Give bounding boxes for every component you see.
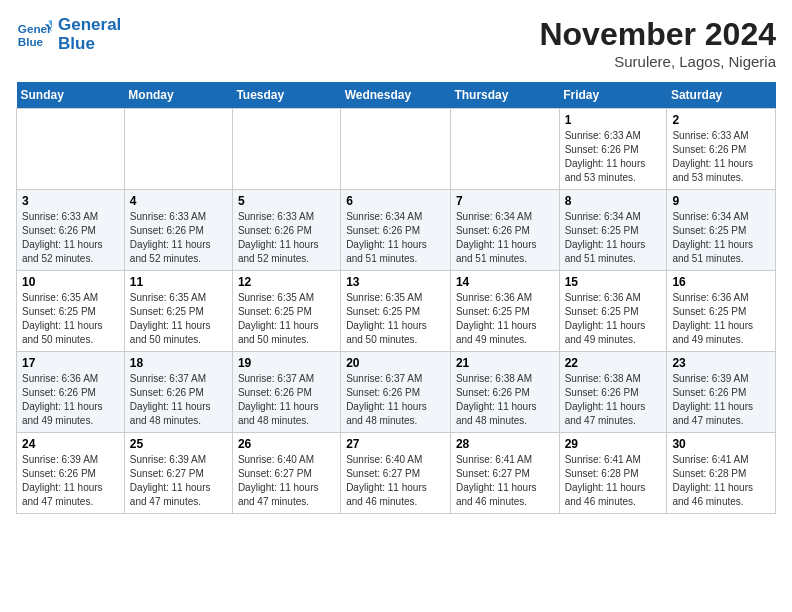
day-number: 10 xyxy=(22,275,119,289)
day-info: Sunrise: 6:41 AM Sunset: 6:27 PM Dayligh… xyxy=(456,453,554,509)
day-info: Sunrise: 6:34 AM Sunset: 6:26 PM Dayligh… xyxy=(346,210,445,266)
month-title: November 2024 xyxy=(539,16,776,53)
day-number: 18 xyxy=(130,356,227,370)
day-info: Sunrise: 6:33 AM Sunset: 6:26 PM Dayligh… xyxy=(238,210,335,266)
calendar-cell xyxy=(124,109,232,190)
location-subtitle: Surulere, Lagos, Nigeria xyxy=(539,53,776,70)
day-info: Sunrise: 6:36 AM Sunset: 6:25 PM Dayligh… xyxy=(672,291,770,347)
calendar-cell: 6Sunrise: 6:34 AM Sunset: 6:26 PM Daylig… xyxy=(341,190,451,271)
calendar-cell: 2Sunrise: 6:33 AM Sunset: 6:26 PM Daylig… xyxy=(667,109,776,190)
day-number: 1 xyxy=(565,113,662,127)
calendar-cell xyxy=(450,109,559,190)
day-number: 26 xyxy=(238,437,335,451)
day-info: Sunrise: 6:37 AM Sunset: 6:26 PM Dayligh… xyxy=(238,372,335,428)
weekday-header-sunday: Sunday xyxy=(17,82,125,109)
calendar-cell: 7Sunrise: 6:34 AM Sunset: 6:26 PM Daylig… xyxy=(450,190,559,271)
day-number: 20 xyxy=(346,356,445,370)
day-number: 29 xyxy=(565,437,662,451)
calendar-cell: 23Sunrise: 6:39 AM Sunset: 6:26 PM Dayli… xyxy=(667,352,776,433)
day-number: 23 xyxy=(672,356,770,370)
day-number: 5 xyxy=(238,194,335,208)
day-number: 11 xyxy=(130,275,227,289)
week-row-5: 24Sunrise: 6:39 AM Sunset: 6:26 PM Dayli… xyxy=(17,433,776,514)
day-info: Sunrise: 6:35 AM Sunset: 6:25 PM Dayligh… xyxy=(238,291,335,347)
calendar-cell: 9Sunrise: 6:34 AM Sunset: 6:25 PM Daylig… xyxy=(667,190,776,271)
weekday-header-wednesday: Wednesday xyxy=(341,82,451,109)
day-info: Sunrise: 6:35 AM Sunset: 6:25 PM Dayligh… xyxy=(130,291,227,347)
day-number: 6 xyxy=(346,194,445,208)
day-number: 2 xyxy=(672,113,770,127)
title-block: November 2024 Surulere, Lagos, Nigeria xyxy=(539,16,776,70)
day-info: Sunrise: 6:37 AM Sunset: 6:26 PM Dayligh… xyxy=(130,372,227,428)
day-number: 3 xyxy=(22,194,119,208)
day-number: 17 xyxy=(22,356,119,370)
day-info: Sunrise: 6:34 AM Sunset: 6:25 PM Dayligh… xyxy=(565,210,662,266)
week-row-4: 17Sunrise: 6:36 AM Sunset: 6:26 PM Dayli… xyxy=(17,352,776,433)
calendar-cell: 20Sunrise: 6:37 AM Sunset: 6:26 PM Dayli… xyxy=(341,352,451,433)
day-info: Sunrise: 6:39 AM Sunset: 6:27 PM Dayligh… xyxy=(130,453,227,509)
calendar-cell: 18Sunrise: 6:37 AM Sunset: 6:26 PM Dayli… xyxy=(124,352,232,433)
day-info: Sunrise: 6:39 AM Sunset: 6:26 PM Dayligh… xyxy=(22,453,119,509)
day-info: Sunrise: 6:35 AM Sunset: 6:25 PM Dayligh… xyxy=(346,291,445,347)
calendar-cell xyxy=(341,109,451,190)
day-info: Sunrise: 6:34 AM Sunset: 6:25 PM Dayligh… xyxy=(672,210,770,266)
calendar-cell: 16Sunrise: 6:36 AM Sunset: 6:25 PM Dayli… xyxy=(667,271,776,352)
day-info: Sunrise: 6:39 AM Sunset: 6:26 PM Dayligh… xyxy=(672,372,770,428)
day-number: 14 xyxy=(456,275,554,289)
calendar-cell xyxy=(17,109,125,190)
calendar-cell: 25Sunrise: 6:39 AM Sunset: 6:27 PM Dayli… xyxy=(124,433,232,514)
calendar-cell: 30Sunrise: 6:41 AM Sunset: 6:28 PM Dayli… xyxy=(667,433,776,514)
day-number: 7 xyxy=(456,194,554,208)
svg-text:General: General xyxy=(18,22,52,35)
calendar-cell: 27Sunrise: 6:40 AM Sunset: 6:27 PM Dayli… xyxy=(341,433,451,514)
calendar-cell: 22Sunrise: 6:38 AM Sunset: 6:26 PM Dayli… xyxy=(559,352,667,433)
page-header: General Blue General Blue November 2024 … xyxy=(16,16,776,70)
day-info: Sunrise: 6:38 AM Sunset: 6:26 PM Dayligh… xyxy=(565,372,662,428)
day-number: 30 xyxy=(672,437,770,451)
day-info: Sunrise: 6:40 AM Sunset: 6:27 PM Dayligh… xyxy=(238,453,335,509)
day-info: Sunrise: 6:41 AM Sunset: 6:28 PM Dayligh… xyxy=(672,453,770,509)
calendar-cell: 10Sunrise: 6:35 AM Sunset: 6:25 PM Dayli… xyxy=(17,271,125,352)
day-number: 15 xyxy=(565,275,662,289)
day-number: 12 xyxy=(238,275,335,289)
calendar-cell: 28Sunrise: 6:41 AM Sunset: 6:27 PM Dayli… xyxy=(450,433,559,514)
weekday-header-row: SundayMondayTuesdayWednesdayThursdayFrid… xyxy=(17,82,776,109)
day-number: 21 xyxy=(456,356,554,370)
calendar-cell: 24Sunrise: 6:39 AM Sunset: 6:26 PM Dayli… xyxy=(17,433,125,514)
day-number: 25 xyxy=(130,437,227,451)
calendar-cell: 3Sunrise: 6:33 AM Sunset: 6:26 PM Daylig… xyxy=(17,190,125,271)
calendar-table: SundayMondayTuesdayWednesdayThursdayFrid… xyxy=(16,82,776,514)
day-number: 22 xyxy=(565,356,662,370)
day-info: Sunrise: 6:33 AM Sunset: 6:26 PM Dayligh… xyxy=(130,210,227,266)
day-number: 4 xyxy=(130,194,227,208)
calendar-cell: 5Sunrise: 6:33 AM Sunset: 6:26 PM Daylig… xyxy=(232,190,340,271)
calendar-cell xyxy=(232,109,340,190)
day-info: Sunrise: 6:36 AM Sunset: 6:26 PM Dayligh… xyxy=(22,372,119,428)
weekday-header-tuesday: Tuesday xyxy=(232,82,340,109)
day-number: 19 xyxy=(238,356,335,370)
day-number: 16 xyxy=(672,275,770,289)
week-row-3: 10Sunrise: 6:35 AM Sunset: 6:25 PM Dayli… xyxy=(17,271,776,352)
calendar-cell: 4Sunrise: 6:33 AM Sunset: 6:26 PM Daylig… xyxy=(124,190,232,271)
calendar-cell: 15Sunrise: 6:36 AM Sunset: 6:25 PM Dayli… xyxy=(559,271,667,352)
day-info: Sunrise: 6:40 AM Sunset: 6:27 PM Dayligh… xyxy=(346,453,445,509)
day-info: Sunrise: 6:35 AM Sunset: 6:25 PM Dayligh… xyxy=(22,291,119,347)
day-number: 28 xyxy=(456,437,554,451)
day-info: Sunrise: 6:34 AM Sunset: 6:26 PM Dayligh… xyxy=(456,210,554,266)
calendar-cell: 8Sunrise: 6:34 AM Sunset: 6:25 PM Daylig… xyxy=(559,190,667,271)
weekday-header-monday: Monday xyxy=(124,82,232,109)
day-number: 9 xyxy=(672,194,770,208)
logo-icon: General Blue xyxy=(16,17,52,53)
day-info: Sunrise: 6:38 AM Sunset: 6:26 PM Dayligh… xyxy=(456,372,554,428)
logo-general: General xyxy=(58,15,121,34)
day-info: Sunrise: 6:41 AM Sunset: 6:28 PM Dayligh… xyxy=(565,453,662,509)
day-info: Sunrise: 6:36 AM Sunset: 6:25 PM Dayligh… xyxy=(565,291,662,347)
day-info: Sunrise: 6:33 AM Sunset: 6:26 PM Dayligh… xyxy=(22,210,119,266)
svg-text:Blue: Blue xyxy=(18,34,44,47)
weekday-header-saturday: Saturday xyxy=(667,82,776,109)
day-info: Sunrise: 6:37 AM Sunset: 6:26 PM Dayligh… xyxy=(346,372,445,428)
calendar-cell: 1Sunrise: 6:33 AM Sunset: 6:26 PM Daylig… xyxy=(559,109,667,190)
calendar-cell: 19Sunrise: 6:37 AM Sunset: 6:26 PM Dayli… xyxy=(232,352,340,433)
calendar-cell: 14Sunrise: 6:36 AM Sunset: 6:25 PM Dayli… xyxy=(450,271,559,352)
calendar-cell: 13Sunrise: 6:35 AM Sunset: 6:25 PM Dayli… xyxy=(341,271,451,352)
